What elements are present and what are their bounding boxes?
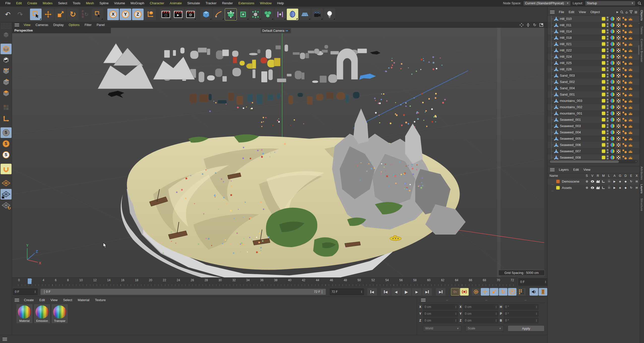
- menu-item[interactable]: Help: [274, 0, 287, 7]
- object-manager-menu-item[interactable]: Edit: [566, 9, 576, 15]
- menu-item[interactable]: Mesh: [83, 0, 97, 7]
- layer-color-chip[interactable]: [602, 93, 605, 96]
- tab-takes[interactable]: Takes: [640, 26, 643, 35]
- rotation-p-field[interactable]: 0 °▴▾: [504, 311, 538, 317]
- menu-item[interactable]: Select: [55, 0, 70, 7]
- ik-film-toggle-button[interactable]: [539, 288, 547, 296]
- phong-tag[interactable]: [622, 23, 627, 27]
- live-selection-tool[interactable]: [30, 9, 42, 20]
- record-rotation-button[interactable]: ↻: [499, 288, 507, 296]
- record-scale-button[interactable]: [490, 288, 498, 296]
- position-z-field[interactable]: 0 cm▴▾: [423, 318, 458, 323]
- menu-item[interactable]: Character: [147, 0, 167, 7]
- normal-tag[interactable]: [628, 93, 633, 97]
- phong-tag[interactable]: [622, 80, 627, 84]
- layer-manager-toggle[interactable]: [601, 187, 606, 189]
- layer-color-swatch[interactable]: [556, 180, 560, 183]
- layer-name[interactable]: Assets: [562, 186, 572, 190]
- polygon-object-icon[interactable]: [554, 23, 558, 27]
- texture-tag[interactable]: [610, 130, 615, 135]
- material-name[interactable]: Transpar: [54, 319, 66, 322]
- object-name[interactable]: mountains_002: [560, 105, 582, 109]
- render-settings-button[interactable]: [185, 9, 196, 20]
- visibility-dots[interactable]: [607, 23, 608, 27]
- polygon-object-icon[interactable]: [554, 137, 558, 140]
- viewport-menu-item[interactable]: Options: [66, 22, 82, 28]
- position-x-field[interactable]: 0 cm▴▾: [423, 304, 458, 310]
- phong-tag[interactable]: [622, 92, 627, 97]
- object-row[interactable]: Hill_010: [548, 16, 644, 22]
- visibility-dots[interactable]: [607, 54, 608, 59]
- layer-xref-toggle[interactable]: Ħ: [634, 180, 639, 183]
- polygon-mode-button[interactable]: [1, 88, 12, 99]
- coordinate-space-dropdown[interactable]: World▼: [423, 325, 461, 331]
- snap-modes-button[interactable]: S: [1, 138, 12, 149]
- model-mode-button[interactable]: [1, 44, 12, 54]
- viewport-menu-item[interactable]: Cameras: [33, 22, 51, 28]
- uv-tag[interactable]: [616, 35, 621, 40]
- texture-tag[interactable]: [610, 54, 615, 59]
- visibility-dots[interactable]: [607, 61, 608, 65]
- move-tool[interactable]: [42, 9, 54, 20]
- render-to-picture-viewer-button[interactable]: ▶: [172, 9, 184, 20]
- texture-tag[interactable]: [610, 61, 615, 66]
- uv-tag[interactable]: [616, 124, 621, 129]
- polygon-object-icon[interactable]: [554, 111, 558, 115]
- tab-structure[interactable]: Structure: [640, 198, 643, 211]
- layer-color-chip[interactable]: [602, 118, 605, 122]
- layer-color-chip[interactable]: [602, 67, 605, 71]
- material-menu-item[interactable]: Texture: [92, 297, 109, 303]
- spline-boole-button[interactable]: [274, 9, 286, 20]
- uv-tag[interactable]: [616, 23, 621, 28]
- expand-arrow-icon[interactable]: ▶: [617, 11, 619, 13]
- layers-menu-item[interactable]: Edit: [571, 166, 581, 173]
- visibility-dots[interactable]: [607, 155, 608, 159]
- layer-row[interactable]: Assets ▶ ◈ ◆ ↻ Ħ: [548, 185, 644, 191]
- object-row[interactable]: Hill_022: [548, 47, 644, 53]
- object-row[interactable]: Seaweed_008: [548, 154, 644, 159]
- texture-tag[interactable]: [610, 105, 615, 110]
- layer-color-chip[interactable]: [602, 17, 605, 21]
- phong-tag[interactable]: [622, 29, 627, 34]
- material-preview-sphere[interactable]: [53, 305, 66, 319]
- menu-item[interactable]: Edit: [13, 0, 24, 7]
- polygon-object-icon[interactable]: [554, 124, 558, 128]
- normal-tag[interactable]: [628, 143, 633, 147]
- object-name[interactable]: Seaweed_001: [560, 118, 581, 122]
- tab-objects[interactable]: Objects: [640, 10, 643, 21]
- record-position-button[interactable]: [481, 288, 489, 296]
- menu-item[interactable]: Animate: [167, 0, 185, 7]
- filter-funnel-icon[interactable]: [629, 10, 633, 14]
- range-start-spinner[interactable]: 0 F▴▾: [13, 289, 38, 295]
- texture-tag[interactable]: [610, 149, 615, 154]
- workplane-button[interactable]: [1, 178, 12, 188]
- object-row[interactable]: Seaweed_006: [548, 142, 644, 148]
- scale-x-field[interactable]: 0 cm▴▾: [463, 304, 498, 310]
- go-to-end-button[interactable]: ▶: [436, 288, 445, 296]
- polygon-object-icon[interactable]: [554, 55, 558, 59]
- texture-tag[interactable]: [610, 16, 615, 21]
- range-handle-left[interactable]: [44, 290, 45, 294]
- layers-menu-icon[interactable]: [550, 168, 555, 171]
- object-name[interactable]: Seaweed_003: [560, 124, 581, 128]
- polygon-object-icon[interactable]: [554, 93, 558, 96]
- texture-tag[interactable]: [610, 155, 615, 160]
- visibility-dots[interactable]: [607, 118, 608, 122]
- object-row[interactable]: Hill_011: [548, 22, 644, 28]
- transform-mode-dropdown[interactable]: Scale▼: [465, 325, 504, 331]
- autokeying-button[interactable]: [460, 288, 469, 296]
- menu-item[interactable]: Extensions: [236, 0, 257, 7]
- selection-tool-dropdown[interactable]: [92, 9, 103, 20]
- object-manager-menu-icon[interactable]: [550, 11, 555, 14]
- menu-item[interactable]: Tools: [70, 0, 83, 7]
- object-row[interactable]: Seaweed_007: [548, 148, 644, 154]
- redo-button[interactable]: ↷: [14, 9, 26, 20]
- normal-tag[interactable]: [628, 118, 633, 122]
- go-to-next-frame-button[interactable]: ▶: [412, 288, 422, 296]
- tweak-mode-button[interactable]: [1, 102, 12, 113]
- layer-name[interactable]: Demoscene: [562, 180, 579, 183]
- tab-attributes[interactable]: Attributes: [640, 166, 643, 180]
- normal-tag[interactable]: [628, 30, 633, 34]
- viewport-menu-item[interactable]: Panel: [94, 22, 107, 28]
- layer-expressions-toggle[interactable]: ↻: [628, 180, 634, 183]
